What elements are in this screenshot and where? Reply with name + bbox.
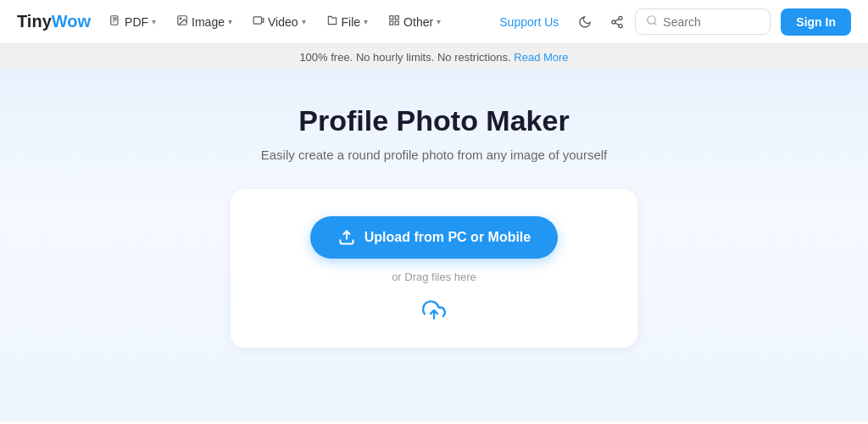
upload-icon bbox=[337, 228, 356, 247]
main-content: Profile Photo Maker Easily create a roun… bbox=[0, 70, 868, 421]
svg-point-8 bbox=[619, 16, 622, 20]
video-icon bbox=[253, 14, 264, 29]
svg-point-9 bbox=[612, 20, 615, 24]
svg-point-10 bbox=[619, 24, 622, 27]
logo-prefix: Tiny bbox=[17, 12, 52, 31]
nav-pdf-label: PDF bbox=[125, 15, 148, 29]
drag-files-label: or Drag files here bbox=[392, 271, 476, 283]
upload-area: Upload from PC or Mobile or Drag files h… bbox=[231, 189, 637, 348]
navbar: TinyWow PDF ▾ Image ▾ Video ▾ File ▾ Oth… bbox=[0, 0, 868, 44]
banner-text: 100% free. No hourly limits. No restrict… bbox=[299, 51, 510, 64]
pdf-chevron: ▾ bbox=[152, 17, 156, 26]
svg-point-2 bbox=[180, 18, 181, 20]
other-chevron: ▾ bbox=[437, 17, 441, 26]
file-chevron: ▾ bbox=[364, 17, 368, 26]
svg-point-13 bbox=[648, 16, 655, 24]
nav-item-file[interactable]: File ▾ bbox=[318, 9, 377, 34]
svg-line-14 bbox=[654, 23, 657, 25]
file-icon bbox=[326, 14, 338, 29]
nav-image-label: Image bbox=[192, 15, 225, 29]
nav-item-other[interactable]: Other ▾ bbox=[380, 9, 449, 34]
svg-rect-4 bbox=[390, 16, 393, 20]
image-icon bbox=[176, 14, 188, 29]
image-chevron: ▾ bbox=[228, 17, 232, 26]
search-box bbox=[635, 8, 771, 35]
upload-button-label: Upload from PC or Mobile bbox=[364, 230, 531, 245]
nav-item-pdf[interactable]: PDF ▾ bbox=[101, 9, 164, 34]
svg-line-11 bbox=[615, 23, 620, 25]
svg-line-12 bbox=[615, 19, 620, 21]
signin-button[interactable]: Sign In bbox=[781, 8, 851, 36]
nav-video-label: Video bbox=[268, 15, 298, 29]
search-input[interactable] bbox=[663, 15, 760, 29]
page-title: Profile Photo Maker bbox=[298, 104, 569, 137]
promo-banner: 100% free. No hourly limits. No restrict… bbox=[0, 44, 868, 70]
share-icon[interactable] bbox=[603, 8, 632, 36]
logo[interactable]: TinyWow bbox=[17, 12, 91, 31]
read-more-link[interactable]: Read More bbox=[514, 51, 568, 64]
upload-button[interactable]: Upload from PC or Mobile bbox=[310, 216, 558, 259]
search-icon bbox=[646, 14, 658, 29]
dark-mode-toggle[interactable] bbox=[570, 8, 599, 36]
logo-suffix: Wow bbox=[52, 12, 91, 31]
nav-file-label: File bbox=[342, 15, 361, 29]
svg-rect-6 bbox=[390, 21, 393, 25]
svg-rect-5 bbox=[395, 16, 398, 20]
cloud-upload-icon bbox=[422, 298, 446, 327]
nav-item-video[interactable]: Video ▾ bbox=[244, 9, 314, 34]
pdf-icon bbox=[109, 14, 121, 29]
support-us-link[interactable]: Support Us bbox=[491, 10, 567, 34]
video-chevron: ▾ bbox=[302, 17, 306, 26]
other-icon bbox=[388, 14, 400, 29]
svg-rect-3 bbox=[253, 17, 261, 24]
svg-rect-7 bbox=[395, 21, 398, 25]
page-subtitle: Easily create a round profile photo from… bbox=[261, 148, 608, 162]
nav-item-image[interactable]: Image ▾ bbox=[168, 9, 241, 34]
nav-other-label: Other bbox=[403, 15, 433, 29]
